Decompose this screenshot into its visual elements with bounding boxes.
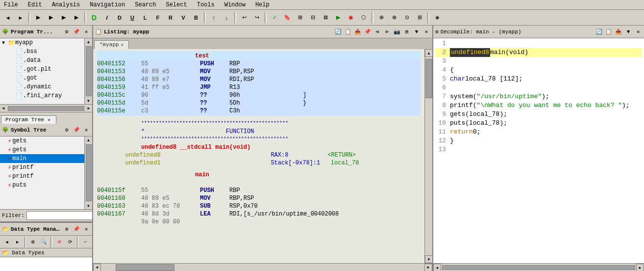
dt-minimize-btn[interactable]: − — [80, 236, 90, 248]
listing-tab-myapp[interactable]: *myapp ✕ — [94, 40, 129, 49]
tree-node-dynamic[interactable]: 📄 .dynamic — [0, 82, 84, 91]
sym-node-printf-2[interactable]: ⚡ printf — [0, 172, 84, 181]
tree-node-bss[interactable]: 📄 .bss — [0, 47, 84, 56]
sym-node-gets-2[interactable]: ⚡ gets — [0, 145, 84, 154]
bookmarks-btn[interactable]: 🔖 — [281, 12, 293, 24]
listing-vscroll-up[interactable]: ▲ — [425, 49, 432, 57]
toolbar-export-btn[interactable]: ↓ — [221, 12, 232, 24]
toolbar-extra-2[interactable]: ⊗ — [388, 12, 400, 24]
menu-search[interactable]: Search — [133, 1, 158, 8]
listing-hscrollbar[interactable]: ◄ ► — [93, 263, 432, 271]
disassemble-button[interactable]: D — [88, 12, 100, 24]
toolbar-import-btn[interactable]: ↑ — [208, 12, 220, 24]
sym-vscroll-thumb[interactable] — [86, 144, 92, 201]
listing-tab-close[interactable]: ✕ — [121, 42, 124, 48]
data-type-close[interactable]: ✕ — [82, 225, 90, 233]
decompile-copy[interactable]: 📋 — [605, 28, 613, 36]
decompile-hscroll[interactable]: ◄ ► — [433, 264, 644, 271]
listing-vscroll-thumb[interactable] — [425, 59, 432, 98]
hscroll-right-arrow[interactable]: ► — [85, 106, 92, 110]
toolbar-r-btn[interactable]: R — [165, 12, 176, 24]
stop-btn[interactable]: ◉ — [345, 12, 357, 24]
menu-select[interactable]: Select — [164, 1, 189, 8]
check-btn[interactable]: ✓ — [269, 12, 280, 24]
listing-vscroll-down[interactable]: ▼ — [425, 255, 432, 263]
code-line-40115f[interactable]: 0040115f 55 PUSH RBP — [97, 187, 421, 194]
redo-button[interactable]: ↪ — [251, 12, 263, 24]
toolbar-c3[interactable]: ⊠ — [320, 12, 331, 24]
toolbar-c2[interactable]: ⊟ — [307, 12, 319, 24]
tree-node-myapp[interactable]: ▼ 📁 myapp — [0, 38, 84, 47]
code-line-401156[interactable]: 00401156 48 89 e7 MOV RDI,RSP — [97, 76, 421, 83]
menu-help[interactable]: Help — [253, 1, 272, 8]
toolbar-i-btn[interactable]: I — [101, 12, 113, 24]
sym-node-puts[interactable]: ⚡ puts — [0, 181, 84, 190]
tree-node-data[interactable]: 📄 .data — [0, 56, 84, 65]
toolbar-extra-5[interactable]: ◈ — [431, 12, 443, 24]
toolbar-extra-1[interactable]: ⊕ — [375, 12, 387, 24]
dc-hscroll-thumb[interactable] — [442, 265, 635, 270]
code-line-40115c[interactable]: 0040115c 90 ?? 90h ] — [97, 91, 421, 99]
listing-config[interactable]: ▼ — [413, 28, 421, 36]
toolbar-c1[interactable]: ⊞ — [294, 12, 306, 24]
listing-nav1[interactable]: ⊲ — [373, 28, 381, 36]
program-tree-tab[interactable]: Program Tree ✕ — [1, 115, 56, 124]
listing-nav2[interactable]: ⊳ — [383, 28, 391, 36]
vscroll-thumb[interactable] — [86, 46, 92, 96]
sym-node-gets-1[interactable]: ⚡ gets — [0, 136, 84, 145]
dt-back-btn[interactable]: ◄ — [2, 236, 12, 248]
menu-file[interactable]: File — [2, 1, 20, 8]
hscroll-left-arrow[interactable]: ◄ — [0, 106, 7, 110]
listing-close[interactable]: ✕ — [422, 28, 430, 36]
listing-pin[interactable]: 📌 — [364, 28, 372, 36]
code-line-401160[interactable]: 00401160 48 89 e5 MOV RBP,RSP — [97, 194, 421, 202]
tree-node-got-plt[interactable]: 📄 .got.plt — [0, 65, 84, 74]
symbol-tree-config[interactable]: ⚙ — [63, 126, 71, 134]
sym-vscroll-down[interactable]: ▼ — [87, 202, 90, 209]
tree-node-fini-array[interactable]: 📄 .fini_array — [0, 91, 84, 100]
listing-camera[interactable]: 📷 — [393, 28, 401, 36]
vscroll-up-arrow[interactable]: ▲ — [87, 38, 90, 45]
program-tree-tab-close[interactable]: ✕ — [46, 117, 52, 123]
menu-edit[interactable]: Edit — [26, 1, 44, 8]
dc-hscroll-left[interactable]: ◄ — [433, 264, 441, 271]
toolbar-extra-4[interactable]: ⊞ — [414, 12, 425, 24]
listing-hscroll-left[interactable]: ◄ — [93, 264, 101, 271]
code-line-40115e[interactable]: 0040115e c3 ?? C3h — [97, 107, 421, 115]
toolbar-btn-4[interactable]: ▶ — [71, 12, 82, 24]
listing-view[interactable]: ⊞ — [403, 28, 411, 36]
data-type-pin[interactable]: 📌 — [73, 225, 80, 233]
dt-fwd-btn[interactable]: ► — [13, 236, 23, 248]
listing-hscroll-thumb[interactable] — [116, 264, 174, 271]
symbol-tree-pin[interactable]: 📌 — [73, 126, 80, 134]
listing-copy[interactable]: 📋 — [344, 28, 352, 36]
code-line-401167[interactable]: 00401167 48 8d 3d LEA RDI,[s_/usr/bin/up… — [97, 210, 421, 218]
back-button[interactable]: ◄ — [2, 12, 14, 24]
menu-navigation[interactable]: Navigation — [88, 1, 127, 8]
dc-line-2[interactable]: 2 undefined8 main(void) — [435, 48, 642, 57]
toolbar-btn-2[interactable]: ▶ — [45, 12, 57, 24]
program-tree-hscroll[interactable]: ◄ ► — [0, 104, 92, 112]
program-tree-pin[interactable]: 📌 — [73, 28, 80, 36]
data-type-config[interactable]: ⚙ — [63, 225, 71, 233]
code-line-401159[interactable]: 00401159 41 ff e5 JMP R13 — [97, 83, 421, 91]
toolbar-b-btn[interactable]: B — [190, 12, 202, 24]
toolbar-v-btn[interactable]: V — [177, 12, 189, 24]
menu-tools[interactable]: Tools — [195, 1, 217, 8]
hscroll-thumb[interactable] — [8, 106, 84, 111]
tree-node-got[interactable]: 📄 .got — [0, 74, 84, 82]
dc-hscroll-right[interactable]: ► — [636, 264, 644, 271]
filter-input[interactable] — [26, 211, 92, 220]
menu-analysis[interactable]: Analysis — [50, 1, 82, 8]
symbol-tree-vscroll[interactable]: ▲ ▼ — [84, 136, 92, 209]
toolbar-u-btn[interactable]: U — [126, 12, 138, 24]
sym-node-printf-1[interactable]: ⚡ printf — [0, 163, 84, 172]
vscroll-down-arrow[interactable]: ▼ — [87, 97, 90, 104]
decompile-export[interactable]: 📤 — [615, 28, 622, 36]
program-tree-vscroll[interactable]: ▲ ▼ — [84, 38, 92, 104]
decompile-refresh[interactable]: 🔄 — [595, 28, 603, 36]
sym-vscroll-up[interactable]: ▲ — [87, 136, 90, 143]
toolbar-btn-1[interactable]: ▶ — [32, 12, 44, 24]
code-label-test[interactable]: test — [195, 52, 209, 60]
toolbar-extra-3[interactable]: ⊙ — [401, 12, 413, 24]
